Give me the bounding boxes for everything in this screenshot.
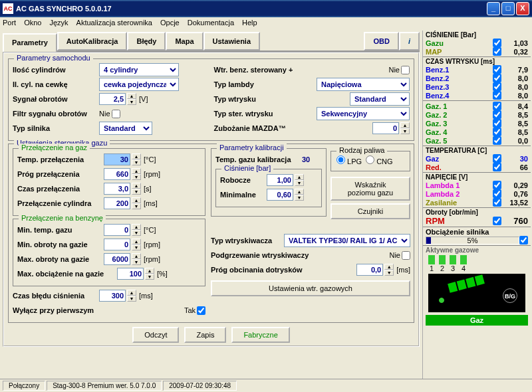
robocze-input[interactable] xyxy=(267,174,293,186)
injector-icon xyxy=(439,255,446,264)
injector-icon xyxy=(460,255,467,264)
temp-przel-input[interactable] xyxy=(104,153,130,165)
wskaznik-button[interactable]: Wskaźnik poziomu gazu xyxy=(331,177,410,201)
typ-ster-label: Typ ster. wtrysku xyxy=(214,110,281,118)
typ-silnika-select[interactable]: Standard xyxy=(99,122,152,135)
tab-ustawienia[interactable]: Ustawienia xyxy=(203,32,260,50)
titlebar: AC AC GAS SYNCHRO 5.0.0.17 _ □ X xyxy=(0,0,532,17)
prog-obc-input[interactable] xyxy=(356,264,383,276)
status-conn: Połączony xyxy=(3,381,45,391)
maximize-button[interactable]: □ xyxy=(501,2,515,15)
bg-button[interactable]: B/G xyxy=(503,288,517,303)
il-cewka-select[interactable]: cewka pojedyncza xyxy=(99,78,179,91)
tabs: Parametry AutoKalibracja Błędy Mapa Usta… xyxy=(3,32,420,52)
lpg-radio[interactable]: LPG xyxy=(336,155,362,165)
tab-info-icon[interactable]: i xyxy=(399,32,420,50)
menu-aktualizacja[interactable]: Aktualizacja sterownika xyxy=(76,19,152,29)
group-kalibracja: Parametry kalibracji Temp. gazu kalibrac… xyxy=(211,148,327,217)
minimize-button[interactable]: _ xyxy=(487,2,500,15)
max-obc-input[interactable] xyxy=(117,268,144,280)
app-icon: AC xyxy=(3,3,13,14)
menubar: Port Okno Język Aktualizacja sterownika … xyxy=(0,17,532,31)
window-title: AC GAS SYNCHRO 5.0.0.17 xyxy=(16,5,487,13)
max-obr-input[interactable] xyxy=(104,253,130,265)
injector-icon xyxy=(450,255,456,264)
wtr-benz-checkbox[interactable] xyxy=(401,66,410,74)
odczyt-button[interactable]: Odczyt xyxy=(132,327,179,343)
gaz-status: Gaz xyxy=(426,315,528,326)
menu-okno[interactable]: Okno xyxy=(24,19,41,29)
zapis-button[interactable]: Zapis xyxy=(184,327,226,343)
group-parametry-samochodu: Parametry samochodu Ilość cylindrów 4 cy… xyxy=(8,58,414,141)
gauge-bar-icon xyxy=(466,277,475,288)
ilosc-cyl-label: Ilość cylindrów xyxy=(13,66,99,74)
ust-wtr-button[interactable]: Ustawienia wtr. gazowych xyxy=(211,280,410,296)
group-title: Parametry samochodu xyxy=(14,54,93,62)
prog-przel-input[interactable] xyxy=(104,168,130,180)
cng-radio[interactable]: CNG xyxy=(366,155,393,165)
menu-jezyk[interactable]: Język xyxy=(49,19,68,29)
min-obr-input[interactable] xyxy=(104,239,130,250)
ilosc-cyl-select[interactable]: 4 cylindry xyxy=(99,63,179,76)
tab-obd[interactable]: OBD xyxy=(364,32,398,50)
typ-lambdy-label: Typ lambdy xyxy=(214,80,281,88)
group-ustawienia-gazu: Ustawienia sterownika gazu Przełączenie … xyxy=(8,144,414,323)
tab-autokalibracja[interactable]: AutoKalibracja xyxy=(57,32,128,50)
fabryczne-button[interactable]: Fabryczne xyxy=(231,327,289,343)
close-button[interactable]: X xyxy=(516,2,529,15)
typ-silnika-label: Typ silnika xyxy=(13,124,99,132)
sidebar: CIŚNIENIE [Bar] Gazu1,03 MAP0,32 CZAS WT… xyxy=(422,31,531,379)
typ-wtrysku-select[interactable]: Standard xyxy=(350,92,410,106)
przel-cyl-input[interactable] xyxy=(104,197,130,209)
menu-port[interactable]: Port xyxy=(3,19,16,29)
zuboz-label: Zubożanie MAZDA™ xyxy=(214,124,307,132)
menu-opcje[interactable]: Opcje xyxy=(160,19,180,29)
spin-up[interactable]: ▲ xyxy=(127,93,136,99)
filtr-checkbox[interactable] xyxy=(112,110,120,118)
min-temp-input[interactable] xyxy=(104,224,130,236)
min-cis-input[interactable] xyxy=(267,189,293,201)
czujniki-button[interactable]: Czujniki xyxy=(331,203,410,219)
tab-bledy[interactable]: Błędy xyxy=(127,32,166,50)
sygnal-label: Sygnał obrotów xyxy=(13,95,99,103)
podgrz-checkbox[interactable] xyxy=(402,251,410,260)
injector-icon xyxy=(428,255,435,264)
group-cisnienie: Ciśnienie [bar] Robocze▲▼ Minimalne▲▼ xyxy=(215,169,322,207)
fuel-gauge: B/G xyxy=(428,274,525,312)
il-cewka-label: Il. cyl. na cewkę xyxy=(13,80,99,88)
statusbar: Połączony Stag-300-8 Premium wer. 5.0 7.… xyxy=(0,379,532,392)
tab-mapa[interactable]: Mapa xyxy=(166,32,203,50)
group-przelaczenie-benzyne: Przełączenie na benzynę Min. temp. gazu▲… xyxy=(13,219,205,286)
group-przelaczenie-gaz: Przełączenie na gaz Temp. przełączenia▲▼… xyxy=(13,148,205,216)
spin-down[interactable]: ▼ xyxy=(127,99,136,105)
menu-help[interactable]: Help xyxy=(242,19,257,29)
czas-przel-input[interactable] xyxy=(104,183,130,195)
status-date: 2009-07-02 09:30:48 xyxy=(163,381,237,391)
czas-bledu-input[interactable] xyxy=(99,290,126,302)
filtr-label: Filtr sygnału obrotów xyxy=(13,110,99,118)
typ-lambdy-select[interactable]: Napięciowa xyxy=(317,78,410,91)
sygnal-input[interactable] xyxy=(99,93,126,105)
gauge-led-icon xyxy=(439,298,444,303)
tab-parametry[interactable]: Parametry xyxy=(3,33,57,52)
wylacz-checkbox[interactable] xyxy=(197,306,205,315)
gauge-bar-icon xyxy=(448,282,458,293)
wtr-benz-label: Wtr. benz. sterowany + xyxy=(214,66,321,74)
menu-dokumentacja[interactable]: Dokumentacja xyxy=(188,19,234,29)
gauge-bar-icon xyxy=(457,279,467,290)
group-paliwo: Rodzaj paliwa LPG CNG xyxy=(331,151,410,171)
gauge-bar-icon xyxy=(475,274,485,286)
injector-indicators: 1 2 3 4 xyxy=(426,254,528,274)
typ-ster-select[interactable]: Sekwencyjny xyxy=(317,107,410,120)
zuboz-input[interactable] xyxy=(372,122,399,134)
typ-wtrysk-select[interactable]: VALTEK TYPE30/ RAIL IG 1/ AC xyxy=(284,234,410,247)
typ-wtrysku-label: Typ wtrysku xyxy=(214,95,281,103)
status-ver: Stag-300-8 Premium wer. 5.0 7.0.0 xyxy=(47,381,162,391)
